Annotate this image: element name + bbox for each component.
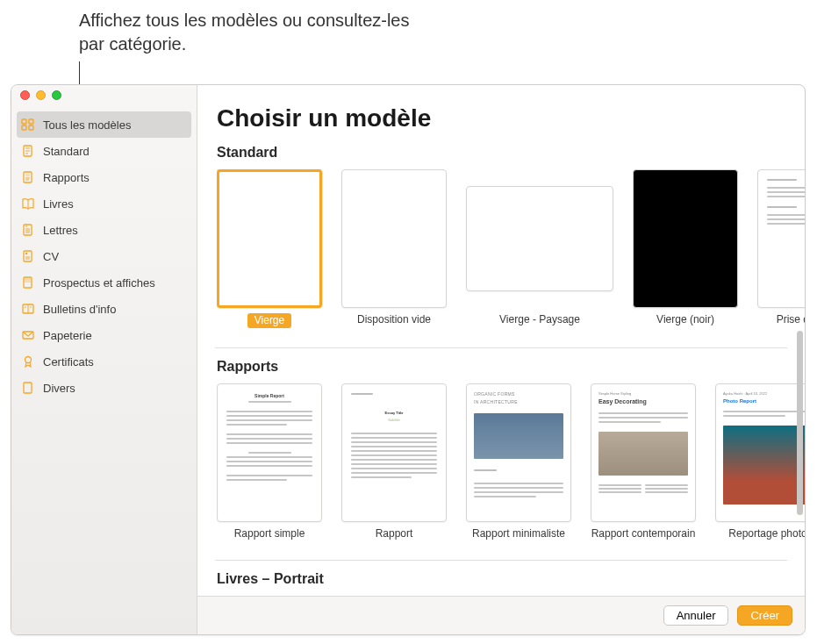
thumb-title: Easy Decorating [598,398,688,404]
svg-rect-23 [25,278,31,283]
sidebar-item-label: CV [43,250,59,263]
section-divider [215,560,787,561]
content-scroll[interactable]: Choisir un modèle Standard Vierge Dispos… [197,85,805,596]
template-disposition-vide[interactable]: Disposition vide [341,169,447,328]
template-label: Vierge - Paysage [499,313,580,326]
section-rapports: Rapports Simple Report [217,359,805,544]
thumb-title: Photo Report [723,398,805,404]
sidebar-list: Tous les modèles Standard Rapports Livre… [11,111,197,401]
svg-rect-30 [24,383,32,393]
sidebar-item-newsletters[interactable]: Bulletins d'info [11,296,197,322]
template-vierge-paysage[interactable]: Vierge - Paysage [466,169,613,328]
sidebar-item-misc[interactable]: Divers [11,375,197,401]
sidebar-item-stationery[interactable]: Papeterie [11,322,197,348]
template-thumb: ORGANIC FORMS IN ARCHITECTURE [466,383,571,522]
sidebar-item-standard[interactable]: Standard [11,138,197,164]
template-reportage-photo[interactable]: Ayaka Hoshi · April 10, 2022 Photo Repor… [715,383,805,540]
section-standard: Standard Vierge Disposition vide Vierge … [217,145,805,332]
template-row-standard: Vierge Disposition vide Vierge - Paysage… [217,169,805,332]
minimize-button[interactable] [36,90,46,100]
thumb-line1: ORGANIC FORMS [474,391,563,397]
template-thumb: Simple Report [217,383,322,522]
sidebar-item-label: Lettres [43,224,78,237]
window-titlebar [11,85,805,104]
template-rapport[interactable]: Essay Title Subtitle Rapport [341,383,447,540]
svg-rect-18 [24,251,32,261]
sidebar-item-label: Certificats [43,355,94,369]
svg-point-19 [25,253,27,254]
sidebar-item-certificates[interactable]: Certificats [11,348,197,375]
sidebar: Tous les modèles Standard Rapports Livre… [11,85,197,634]
sidebar-item-label: Standard [43,145,90,158]
newsletter-icon [20,302,36,316]
template-vierge-noir[interactable]: Vierge (noir) [633,169,738,328]
thumb-title: Essay Title [351,411,437,415]
template-label: Prise de notes [777,313,805,326]
create-button[interactable]: Créer [737,605,792,626]
vertical-scrollbar[interactable] [797,331,803,515]
sidebar-item-label: Rapports [43,171,90,184]
book-icon [20,197,36,211]
cancel-button[interactable]: Annuler [663,605,729,626]
sidebar-item-label: Tous les modèles [43,118,131,132]
grid-icon [20,118,36,132]
section-heading-rapports: Rapports [217,359,805,375]
svg-rect-1 [29,119,33,124]
svg-rect-0 [22,119,26,124]
template-thumb: Essay Title Subtitle [341,383,447,522]
template-prise-de-notes[interactable]: Prise de notes [757,169,805,328]
thumb-title: Simple Report [226,393,312,398]
thumb-image [598,432,688,476]
svg-rect-8 [24,172,32,182]
template-vierge[interactable]: Vierge [217,169,322,328]
template-thumb: Simple Home Styling Easy Decorating [591,383,696,522]
template-thumb [217,169,322,308]
section-heading-livres: Livres – Portrait [217,571,805,587]
certificate-icon [20,354,36,369]
template-label: Reportage photo [728,527,805,540]
template-thumb [633,169,738,308]
section-divider [215,347,787,348]
template-thumb [341,169,447,308]
report-icon [20,170,36,184]
stationery-icon [20,328,36,342]
sidebar-item-letters[interactable]: Lettres [11,217,197,243]
template-chooser-window: Tous les modèles Standard Rapports Livre… [11,84,806,635]
section-livres: Livres – Portrait Le contenu peut être r… [217,571,805,596]
template-thumb: Ayaka Hoshi · April 10, 2022 Photo Repor… [715,383,805,522]
template-label: Rapport [376,527,413,540]
misc-icon [20,381,36,395]
sidebar-item-label: Papeterie [43,329,92,342]
template-rapport-contemporain[interactable]: Simple Home Styling Easy Decorating [591,383,696,540]
sidebar-item-label: Divers [43,382,75,395]
footer: Annuler Créer [197,596,805,634]
template-label: Disposition vide [357,313,431,326]
callout-text: Affichez tous les modèles ou consultez-l… [79,9,412,56]
cv-icon [20,249,36,263]
sidebar-item-label: Bulletins d'info [43,303,116,316]
content-area: Choisir un modèle Standard Vierge Dispos… [197,85,805,634]
sidebar-item-label: Livres [43,197,74,211]
document-icon [20,144,36,158]
svg-rect-13 [24,225,32,235]
thumb-image [474,413,563,459]
template-label: Rapport contemporain [591,527,696,540]
sidebar-item-flyers[interactable]: Prospectus et affiches [11,269,197,296]
letter-icon [20,223,36,237]
sidebar-item-all-templates[interactable]: Tous les modèles [17,111,191,138]
poster-icon [20,275,36,290]
template-rapport-minimaliste[interactable]: ORGANIC FORMS IN ARCHITECTURE Rapport mi… [466,383,571,540]
thumb-meta: Ayaka Hoshi · April 10, 2022 [723,391,805,396]
template-rapport-simple[interactable]: Simple Report Rapport sim [217,383,322,540]
sidebar-item-books[interactable]: Livres [11,190,197,217]
close-button[interactable] [20,90,30,100]
svg-point-29 [25,357,32,363]
thumb-image [723,426,805,504]
sidebar-item-cv[interactable]: CV [11,243,197,269]
template-row-rapports: Simple Report Rapport sim [217,383,805,544]
thumb-subtitle: Subtitle [351,418,437,422]
zoom-button[interactable] [52,90,61,100]
svg-rect-2 [22,125,26,130]
template-label: Rapport minimaliste [472,527,565,540]
sidebar-item-reports[interactable]: Rapports [11,164,197,190]
